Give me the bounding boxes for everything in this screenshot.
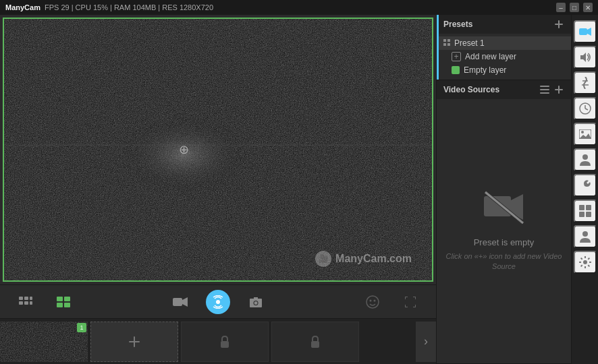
scene-item-1[interactable]: 1 xyxy=(0,322,88,362)
toolbar-center xyxy=(168,290,268,314)
green-dot-icon xyxy=(452,66,460,74)
window-controls: – □ ✕ xyxy=(556,3,593,12)
empty-layer-label: Empty layer xyxy=(464,65,506,75)
side-icon-layout[interactable] xyxy=(574,200,597,222)
presets-header: Presets xyxy=(437,15,571,34)
svg-rect-34 xyxy=(540,86,549,87)
video-preview: ⊕ 🎥 ManyCam.com xyxy=(3,18,433,282)
bottom-toolbar xyxy=(0,284,436,318)
side-icon-clock[interactable] xyxy=(574,97,597,120)
crosshair-icon: ⊕ xyxy=(179,142,189,157)
side-icon-volume[interactable] xyxy=(574,46,597,69)
scene-strip: 1 › xyxy=(0,318,436,364)
svg-rect-30 xyxy=(443,39,446,42)
app-logo: ManyCam xyxy=(5,3,40,11)
layout-button[interactable] xyxy=(13,290,38,314)
scene-locked-1 xyxy=(181,322,269,362)
snapshot-button[interactable] xyxy=(244,290,268,314)
video-sources-title: Video Sources xyxy=(443,85,499,94)
scenes-button[interactable] xyxy=(51,290,76,314)
video-sources-actions xyxy=(540,84,564,95)
empty-layer-item[interactable]: Empty layer xyxy=(445,63,571,77)
main-area: ⊕ 🎥 ManyCam.com xyxy=(0,15,598,364)
svg-point-58 xyxy=(582,231,588,237)
svg-point-16 xyxy=(216,300,220,304)
svg-point-59 xyxy=(583,260,587,264)
maximize-button[interactable]: □ xyxy=(570,3,579,12)
svg-rect-39 xyxy=(484,196,511,216)
video-noise xyxy=(4,19,432,280)
video-sources-empty: Preset is empty Click on «+» icon to add… xyxy=(437,99,571,363)
svg-rect-4 xyxy=(19,297,23,300)
scene-locked-2 xyxy=(271,322,359,362)
svg-rect-54 xyxy=(579,205,585,210)
video-sources-section: Video Sources xyxy=(437,80,571,364)
svg-rect-8 xyxy=(24,301,28,305)
minimize-button[interactable]: – xyxy=(556,3,566,12)
empty-desc: Click on «+» icon to add new Video Sourc… xyxy=(443,251,564,272)
svg-rect-14 xyxy=(173,298,182,306)
svg-rect-55 xyxy=(586,205,591,210)
camera-button[interactable] xyxy=(168,290,192,314)
video-sources-add-button[interactable] xyxy=(553,84,564,95)
scene-badge: 1 xyxy=(77,323,86,332)
add-layer-item[interactable]: + Add new layer xyxy=(445,50,571,63)
svg-rect-36 xyxy=(540,92,549,94)
svg-rect-9 xyxy=(30,301,32,305)
svg-rect-43 xyxy=(579,28,587,35)
svg-rect-32 xyxy=(443,43,446,46)
presets-title: Presets xyxy=(443,20,472,29)
preset-tree: Preset 1 + Add new layer Empty layer xyxy=(437,34,571,80)
preset-1-item[interactable]: Preset 1 xyxy=(437,36,571,50)
svg-rect-25 xyxy=(129,341,140,342)
side-icon-effects[interactable] xyxy=(574,71,597,94)
scene-next-icon: › xyxy=(424,334,428,348)
preset-collapse-icon xyxy=(443,39,450,47)
svg-point-51 xyxy=(581,131,584,133)
svg-rect-6 xyxy=(30,297,32,300)
no-video-icon xyxy=(484,191,524,231)
add-layer-label: Add new layer xyxy=(465,52,516,61)
svg-point-20 xyxy=(370,299,372,301)
preset-1-label: Preset 1 xyxy=(454,38,485,48)
presets-section: Presets xyxy=(437,15,571,80)
scene-add-button[interactable] xyxy=(90,322,178,362)
side-icon-person[interactable] xyxy=(574,148,597,171)
watermark-icon: 🎥 xyxy=(315,251,331,267)
svg-rect-23 xyxy=(0,322,88,362)
right-panel: Presets xyxy=(436,15,571,364)
titlebar-left: ManyCam FPS 29 | CPU 15% | RAM 104MB | R… xyxy=(5,3,213,11)
svg-rect-56 xyxy=(579,212,585,217)
svg-rect-5 xyxy=(24,297,28,300)
svg-rect-38 xyxy=(555,89,563,90)
watermark: 🎥 ManyCam.com xyxy=(315,251,412,267)
svg-rect-29 xyxy=(555,24,563,25)
scene-next-button[interactable]: › xyxy=(416,322,436,362)
close-button[interactable]: ✕ xyxy=(583,3,593,12)
svg-rect-3 xyxy=(4,19,432,280)
side-icon-settings[interactable] xyxy=(574,251,597,274)
side-icon-user[interactable] xyxy=(574,225,597,248)
toolbar-left xyxy=(13,290,76,314)
svg-rect-57 xyxy=(586,212,591,217)
svg-point-21 xyxy=(374,299,376,301)
add-layer-icon: + xyxy=(452,52,461,61)
svg-rect-33 xyxy=(447,43,450,46)
video-sources-list-button[interactable] xyxy=(540,86,549,94)
face-button[interactable] xyxy=(360,290,385,314)
side-icons-bar xyxy=(571,15,598,364)
presets-add-button[interactable] xyxy=(553,19,564,30)
svg-rect-7 xyxy=(19,301,23,305)
svg-point-53 xyxy=(582,154,588,160)
fullscreen-button[interactable] xyxy=(398,290,423,314)
svg-rect-13 xyxy=(64,303,70,307)
presets-actions xyxy=(553,19,564,30)
broadcast-button[interactable] xyxy=(206,290,230,314)
svg-marker-15 xyxy=(182,297,188,307)
left-content: ⊕ 🎥 ManyCam.com xyxy=(0,15,436,364)
svg-marker-44 xyxy=(587,28,591,36)
svg-line-49 xyxy=(585,109,588,110)
side-icon-images[interactable] xyxy=(574,123,597,146)
side-icon-tools[interactable] xyxy=(574,174,597,197)
side-icon-cameras[interactable] xyxy=(574,20,597,43)
